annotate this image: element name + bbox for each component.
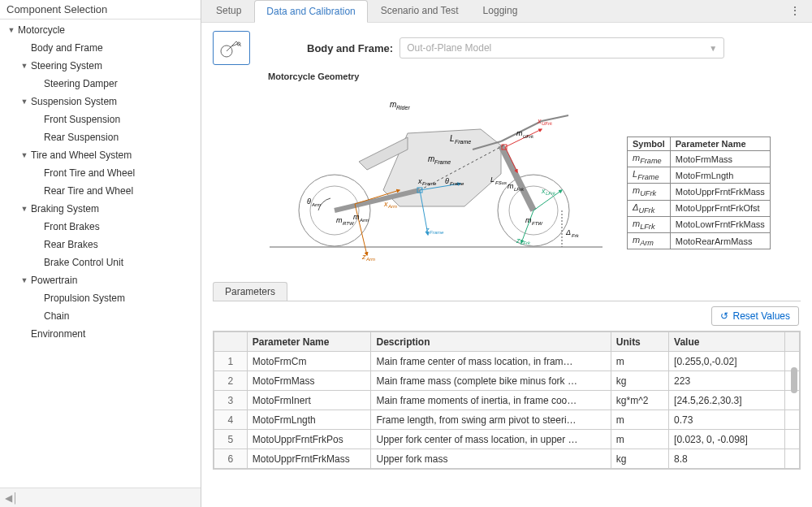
tree-item-label: Propulsion System xyxy=(44,292,125,304)
col-head-scroll xyxy=(784,332,799,352)
cell-desc[interactable]: Main frame moments of inertia, in frame … xyxy=(371,391,611,410)
tree-item-suspension-system[interactable]: ▼Suspension System xyxy=(0,93,201,110)
svg-text:Frame: Frame xyxy=(430,230,444,235)
col-head-index[interactable] xyxy=(214,332,248,352)
table-row[interactable]: 5MotoUpprFrntFrkPosUpper fork center of … xyxy=(214,430,800,449)
legend-name: MotoFrmMass xyxy=(670,151,770,167)
tree-item-label: Front Tire and Wheel xyxy=(44,167,135,179)
tab-setup[interactable]: Setup xyxy=(205,0,253,22)
tree-item-brake-control-unit[interactable]: Brake Control Unit xyxy=(0,254,201,271)
svg-text:m: m xyxy=(336,216,343,224)
svg-line-22 xyxy=(521,210,533,243)
svg-text:LFrk: LFrk xyxy=(514,187,525,192)
tree-item-chain[interactable]: Chain xyxy=(0,307,201,325)
cell-name[interactable]: MotoFrmMass xyxy=(247,371,371,391)
cell-units[interactable]: kg xyxy=(611,371,668,391)
body-frame-label: Body and Frame: xyxy=(307,42,393,54)
cell-desc[interactable]: Upper fork center of mass location, in u… xyxy=(371,430,611,449)
chevron-down-icon: ▼ xyxy=(19,276,29,284)
cell-name[interactable]: MotoFrmInert xyxy=(247,391,371,410)
scrollbar-thumb[interactable] xyxy=(791,367,797,393)
tab-parameters[interactable]: Parameters xyxy=(213,282,287,301)
cell-name[interactable]: MotoFrmCm xyxy=(247,352,371,371)
table-row[interactable]: 4MotoFrmLngthFrame length, from swing ar… xyxy=(214,410,800,430)
col-head-units[interactable]: Units xyxy=(611,332,668,352)
collapse-left-icon[interactable]: ◀│ xyxy=(5,492,19,504)
row-index: 4 xyxy=(214,410,248,430)
svg-text:LFrk: LFrk xyxy=(546,191,556,196)
table-row[interactable]: 1MotoFrmCmMain frame center of mass loca… xyxy=(214,352,800,371)
cell-name[interactable]: MotoUpprFrntFrkMass xyxy=(247,449,371,469)
table-row[interactable]: 2MotoFrmMassMain frame mass (complete bi… xyxy=(214,371,800,391)
svg-text:m: m xyxy=(525,216,532,224)
tree-item-environment[interactable]: Environment xyxy=(0,325,201,343)
svg-text:Frame: Frame xyxy=(455,139,471,145)
tab-data-and-calibration[interactable]: Data and Calibration xyxy=(254,0,367,23)
cell-value[interactable]: 0.73 xyxy=(669,410,785,430)
tree-item-label: Environment xyxy=(31,328,85,340)
table-row[interactable]: 6MotoUpprFrntFrkMassUpper fork masskg8.8 xyxy=(214,449,800,469)
cell-name[interactable]: MotoUpprFrntFrkPos xyxy=(247,430,371,449)
cell-desc[interactable]: Main frame mass (complete bike minus for… xyxy=(371,371,611,391)
tab-scenario-and-test[interactable]: Scenario and Test xyxy=(369,0,470,22)
cell-desc[interactable]: Main frame center of mass location, in f… xyxy=(371,352,611,371)
tree-item-front-tire-and-wheel[interactable]: Front Tire and Wheel xyxy=(0,164,201,182)
chevron-down-icon: ▼ xyxy=(19,98,29,106)
svg-text:FSus: FSus xyxy=(495,180,507,185)
tree-item-braking-system[interactable]: ▼Braking System xyxy=(0,200,201,218)
tree-item-rear-brakes[interactable]: Rear Brakes xyxy=(0,236,201,254)
chevron-down-icon: ▼ xyxy=(709,44,717,53)
tree-item-powertrain[interactable]: ▼Powertrain xyxy=(0,271,201,289)
tree-item-rear-tire-and-wheel[interactable]: Rear Tire and Wheel xyxy=(0,182,201,200)
tree-item-front-brakes[interactable]: Front Brakes xyxy=(0,218,201,236)
reset-values-button[interactable]: ↺ Reset Values xyxy=(711,306,799,326)
cell-units[interactable]: kg xyxy=(611,449,668,469)
component-tree: ▼MotorcycleBody and Frame▼Steering Syste… xyxy=(0,20,201,488)
sidebar-footer: ◀│ xyxy=(0,488,201,507)
cell-units[interactable]: kg*m^2 xyxy=(611,391,668,410)
col-head-value[interactable]: Value xyxy=(669,332,785,352)
tab-logging[interactable]: Logging xyxy=(472,0,529,22)
legend-symbol: mFrame xyxy=(628,151,671,167)
cell-name[interactable]: MotoFrmLngth xyxy=(247,410,371,430)
row-index: 1 xyxy=(214,352,248,371)
legend-name: MotoRearArmMass xyxy=(670,232,770,249)
cell-value[interactable]: 223 xyxy=(669,371,785,391)
legend-row: mLFrkMotoLowrFrntFrkMass xyxy=(628,216,771,232)
main-area: SetupData and CalibrationScenario and Te… xyxy=(201,0,812,507)
table-row[interactable]: 3MotoFrmInertMain frame moments of inert… xyxy=(214,391,800,410)
svg-line-9 xyxy=(542,115,568,121)
tab-more-menu[interactable]: ⋮ xyxy=(781,0,809,22)
cell-units[interactable]: m xyxy=(611,410,668,430)
svg-text:m: m xyxy=(353,213,360,221)
col-head-desc[interactable]: Description xyxy=(371,332,611,352)
cell-value[interactable]: [0.255,0,-0.02] xyxy=(669,352,785,371)
tree-item-label: Rear Brakes xyxy=(44,239,98,250)
tree-item-label: Body and Frame xyxy=(31,42,103,54)
tree-item-body-and-frame[interactable]: Body and Frame xyxy=(0,39,201,57)
model-select[interactable]: Out-of-Plane Model ▼ xyxy=(400,37,724,58)
cell-value[interactable]: [24.5,26.2,30.3] xyxy=(669,391,785,410)
tree-item-motorcycle[interactable]: ▼Motorcycle xyxy=(0,21,201,39)
cell-value[interactable]: [0.023, 0, -0.098] xyxy=(669,430,785,449)
tree-item-label: Braking System xyxy=(31,203,99,214)
tree-item-rear-suspension[interactable]: Rear Suspension xyxy=(0,128,201,146)
tree-item-steering-system[interactable]: ▼Steering System xyxy=(0,57,201,75)
tree-item-front-suspension[interactable]: Front Suspension xyxy=(0,110,201,128)
sidebar-title: Component Selection xyxy=(0,0,201,20)
cell-units[interactable]: m xyxy=(611,430,668,449)
cell-value[interactable]: 8.8 xyxy=(669,449,785,469)
legend-name: MotoLowrFrntFrkMass xyxy=(670,216,770,232)
tree-item-steering-damper[interactable]: Steering Damper xyxy=(0,75,201,93)
parameters-table: Parameter Name Description Units Value 1… xyxy=(214,332,800,469)
tree-item-tire-and-wheel-system[interactable]: ▼Tire and Wheel System xyxy=(0,146,201,164)
svg-text:RTW: RTW xyxy=(343,221,355,226)
cell-units[interactable]: m xyxy=(611,352,668,371)
cell-desc[interactable]: Upper fork mass xyxy=(371,449,611,469)
tree-item-propulsion-system[interactable]: Propulsion System xyxy=(0,289,201,307)
svg-text:UFrk: UFrk xyxy=(523,134,534,139)
col-head-name[interactable]: Parameter Name xyxy=(247,332,371,352)
cell-desc[interactable]: Frame length, from swing arm pivot to st… xyxy=(371,410,611,430)
body-frame-thumbnail[interactable] xyxy=(213,31,250,65)
tree-item-label: Suspension System xyxy=(31,96,117,107)
